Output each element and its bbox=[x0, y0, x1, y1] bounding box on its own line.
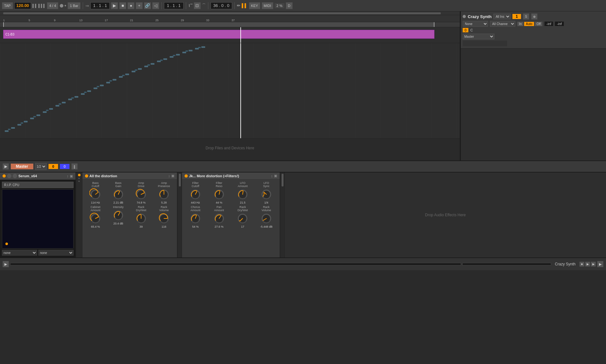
ruler-13: 13 bbox=[79, 19, 82, 22]
loop-region[interactable] bbox=[3, 22, 434, 27]
s-button[interactable]: S bbox=[523, 13, 529, 20]
filter-cutoff-knob[interactable] bbox=[189, 188, 201, 200]
dist-rack-volume-knob[interactable] bbox=[158, 212, 170, 224]
pan-amount-label: PanAmount bbox=[214, 205, 224, 212]
loop-length[interactable]: 1 Bar bbox=[68, 2, 80, 9]
dist-rack-drywet-knob[interactable] bbox=[135, 212, 147, 224]
intensity-label: Intensity bbox=[113, 205, 124, 209]
play-button[interactable]: ▶ bbox=[111, 2, 118, 9]
intensity-knob[interactable] bbox=[112, 209, 124, 221]
svg-rect-42 bbox=[109, 80, 112, 81]
device-rack: Serum_x64 ↕ ▣ R.I.P. CPU none none ≡ ≡ bbox=[0, 172, 606, 257]
bottom-ctrl3[interactable]: ▶ bbox=[591, 262, 596, 267]
cabinet-amount-knob[interactable] bbox=[89, 212, 101, 224]
monitor-button[interactable]: ⊕ bbox=[531, 13, 538, 20]
serum-led[interactable] bbox=[3, 174, 6, 178]
lfo-sync-knob[interactable] bbox=[260, 188, 272, 200]
routing-select[interactable]: None bbox=[463, 21, 488, 27]
filter-knobs-row1: FilterCutoff 443 Hz FilterReso bbox=[184, 181, 278, 204]
filter-led[interactable] bbox=[185, 174, 188, 178]
amp-presence-knob[interactable] bbox=[158, 188, 170, 200]
filter-cutoff-value: 443 Hz bbox=[191, 201, 200, 204]
svg-rect-47 bbox=[173, 55, 175, 56]
record-button[interactable]: ● bbox=[127, 2, 134, 9]
master-play-btn[interactable]: ▶ bbox=[3, 163, 9, 170]
serum-selects: none none bbox=[2, 250, 74, 256]
loop-start bbox=[3, 22, 4, 27]
master-div-select[interactable]: 1/2 bbox=[35, 163, 47, 170]
svg-rect-32 bbox=[195, 48, 199, 49]
bpm-display[interactable]: 120.00 bbox=[14, 2, 31, 9]
filter-io: ↕ bbox=[271, 174, 273, 178]
svg-rect-49 bbox=[198, 47, 201, 48]
amp-presence-label: AmpPresence bbox=[158, 181, 170, 188]
lfo-amount-knob[interactable] bbox=[237, 188, 249, 200]
serum-strip-icon2: ≡ bbox=[78, 180, 81, 182]
midi-clip[interactable]: C1-B3 bbox=[3, 30, 434, 39]
bass-gain-knob[interactable] bbox=[112, 188, 124, 200]
pan-amount-knob[interactable] bbox=[213, 212, 225, 224]
d-button[interactable]: D bbox=[286, 2, 293, 9]
svg-rect-41 bbox=[97, 86, 99, 87]
progress-bar[interactable] bbox=[10, 263, 461, 265]
svg-rect-26 bbox=[157, 61, 161, 62]
monitor-auto-btn[interactable]: Auto bbox=[524, 22, 534, 26]
monitor-in-btn[interactable]: In bbox=[517, 22, 524, 26]
filter-strip-fader[interactable] bbox=[282, 174, 283, 186]
bottom-right-btn[interactable]: ▶ bbox=[597, 261, 603, 267]
channel-select[interactable]: All Channe bbox=[490, 21, 515, 27]
serum-select2[interactable]: none bbox=[38, 250, 74, 256]
filter-rack-volume-knob[interactable] bbox=[260, 212, 272, 224]
track-toggle[interactable] bbox=[463, 15, 466, 18]
link-button[interactable]: 🔗 bbox=[144, 2, 151, 9]
back-button[interactable]: ◁ bbox=[152, 2, 159, 9]
dist-strip-fader[interactable] bbox=[179, 174, 181, 186]
svg-rect-7 bbox=[36, 114, 40, 116]
ruler-37: 37 bbox=[231, 19, 235, 22]
chorus-amount-cell: ChorusAmount 54 % bbox=[186, 205, 205, 228]
amp-drive-knob[interactable] bbox=[135, 188, 147, 200]
scroll-thumb[interactable] bbox=[3, 12, 441, 14]
note-grid bbox=[0, 43, 460, 138]
serum-select1[interactable]: none bbox=[2, 250, 37, 256]
master-routing[interactable]: Master bbox=[463, 34, 494, 39]
svg-rect-34 bbox=[8, 129, 10, 130]
filter-reso-knob[interactable] bbox=[213, 188, 225, 200]
filter-rack-drywet-knob[interactable] bbox=[237, 212, 249, 224]
bottom-play-btn[interactable]: ▶ bbox=[3, 261, 9, 267]
svg-rect-35 bbox=[21, 122, 23, 124]
bass-cutoff-value: 114 Hz bbox=[91, 201, 100, 204]
svg-rect-44 bbox=[135, 69, 137, 71]
filter-reso-value: 44 % bbox=[216, 201, 222, 204]
cabinet-amount-knob-cell: CabinetAmount 65.4 % bbox=[86, 205, 105, 228]
ruler-9: 9 bbox=[54, 19, 55, 22]
bass-cutoff-knob[interactable] bbox=[89, 188, 101, 200]
grid-playhead bbox=[240, 43, 241, 138]
chorus-amount-knob[interactable] bbox=[189, 212, 201, 224]
pencil-icon: ✏ bbox=[237, 3, 240, 8]
pan-amount-cell: PanAmount 27.6 % bbox=[209, 205, 229, 228]
ruler-33: 33 bbox=[206, 19, 209, 22]
key-button[interactable]: KEY bbox=[249, 2, 260, 9]
time-sig[interactable]: 4 / 4 bbox=[47, 2, 58, 9]
dist-rack-drywet-value: 39 bbox=[140, 225, 143, 228]
distortion-knobs-row1: BassCutoff 114 Hz BassGain bbox=[84, 181, 175, 204]
master-pause-btn[interactable]: ‖ bbox=[71, 163, 78, 170]
svg-rect-38 bbox=[59, 103, 61, 105]
svg-rect-25 bbox=[151, 63, 154, 65]
filter-reso-cell: FilterReso 44 % bbox=[209, 181, 229, 204]
tap-button[interactable]: TAP bbox=[2, 2, 13, 9]
grid-button[interactable]: ⊡ bbox=[194, 2, 201, 9]
bottom-ctrl2[interactable]: ▶ bbox=[585, 262, 590, 267]
midi-button[interactable]: MIDI bbox=[262, 2, 273, 9]
stop-button[interactable]: ■ bbox=[119, 2, 126, 9]
lfo-amount-value: 21.5 bbox=[240, 201, 245, 204]
arrangement-panel: 1 5 9 13 17 21 25 29 33 37 C1-B3 bbox=[0, 11, 460, 160]
bottom-ctrl1[interactable]: ■ bbox=[579, 262, 584, 267]
monitor-off-btn[interactable]: Off bbox=[535, 22, 543, 26]
filter-rack-drywet-cell: RackDry/Wet 17 bbox=[233, 205, 252, 228]
distortion-led[interactable] bbox=[85, 174, 88, 178]
amp-drive-value: 74.8 % bbox=[137, 201, 146, 204]
input-select[interactable]: All Ins bbox=[493, 14, 511, 19]
add-button[interactable]: + bbox=[136, 2, 143, 9]
